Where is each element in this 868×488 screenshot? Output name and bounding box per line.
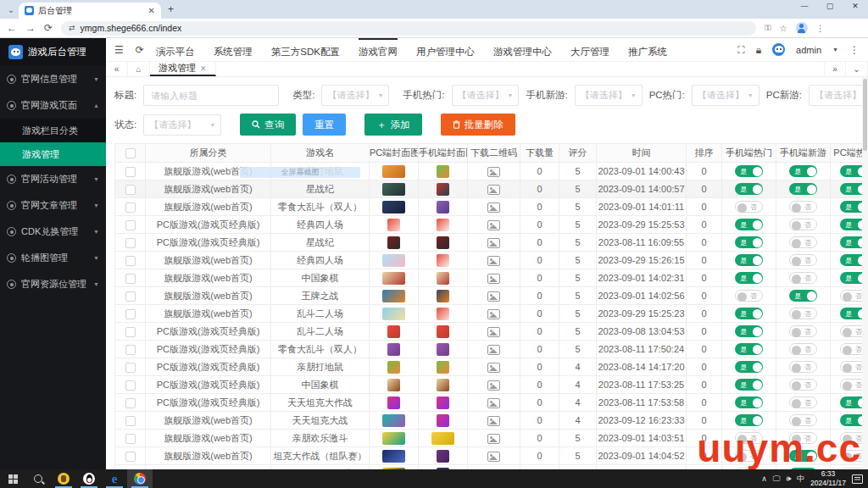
mobile-new-toggle[interactable]: 否 (789, 201, 817, 213)
mobile-new-toggle[interactable]: 是 (789, 165, 817, 177)
qr-image-icon[interactable] (487, 363, 500, 373)
ime-indicator[interactable]: 中 (797, 474, 804, 485)
taskbar-app-yellow[interactable] (51, 469, 76, 488)
collapse-menu-icon[interactable]: ☰ (114, 44, 124, 56)
topnav-item[interactable]: 推广系统 (628, 38, 667, 62)
lock-icon[interactable]: 🔒︎ (756, 44, 761, 56)
qr-image-icon[interactable] (487, 238, 500, 248)
mobile-new-toggle[interactable]: 否 (789, 219, 817, 230)
action-center-icon[interactable] (852, 474, 863, 484)
mobile-new-toggle[interactable]: 否 (789, 379, 817, 391)
mobile-cover-image[interactable] (437, 308, 449, 320)
qr-image-icon[interactable] (487, 434, 500, 444)
table-row[interactable]: PC版游戏(游戏页经典版) 中国象棋 0 4 2023-08-11 17:53:… (115, 376, 868, 394)
row-checkbox[interactable] (125, 416, 136, 426)
topnav-item[interactable]: 游戏官网 (359, 38, 398, 62)
pc-cover-image[interactable] (382, 165, 405, 178)
scrollbar-thumb[interactable] (863, 79, 867, 151)
mobile-new-toggle[interactable]: 是 (789, 183, 817, 195)
mobile-hot-toggle[interactable]: 是 (735, 254, 763, 266)
window-close-button[interactable]: ✕ (843, 0, 868, 14)
user-dropdown-caret-icon[interactable]: ▼ (832, 47, 838, 53)
table-row[interactable]: PC版游戏(游戏页经典版) 亲朋打地鼠 0 4 2023-08-14 14:17… (115, 358, 868, 376)
row-checkbox[interactable] (125, 238, 136, 248)
mobile-cover-image[interactable] (437, 379, 449, 391)
pc-cover-image[interactable] (387, 236, 400, 249)
qr-image-icon[interactable] (487, 398, 500, 408)
row-checkbox[interactable] (125, 256, 136, 266)
table-row[interactable]: 旗舰版游戏(web首页) 亲朋打地鼠 0 5 2023-09-01 14:00:… (115, 163, 868, 180)
row-checkbox[interactable] (125, 185, 136, 195)
table-row[interactable]: PC版游戏(游戏页经典版) 经典四人场 0 5 2023-09-29 15:25… (115, 216, 868, 234)
mobile-hot-toggle[interactable]: 是 (735, 343, 763, 355)
mobile-new-select[interactable]: 【请选择】▼ (575, 85, 643, 106)
home-tab-icon[interactable]: ⌂ (128, 62, 150, 76)
table-row[interactable]: PC版游戏(游戏页经典版) 乱斗二人场 0 5 2023-09-08 13:04… (115, 323, 868, 341)
network-icon[interactable]: 🖵 (773, 474, 781, 484)
volume-icon[interactable]: 🕪 (786, 474, 791, 484)
qr-image-icon[interactable] (487, 256, 500, 266)
mobile-cover-image[interactable] (437, 201, 449, 214)
pc-cover-image[interactable] (382, 272, 405, 285)
table-row[interactable]: PC版游戏(游戏页经典版) 天天坦克大作战 0 4 2023-08-11 17:… (115, 394, 868, 412)
taskbar-app-edge[interactable]: e (102, 469, 127, 488)
user-avatar[interactable] (772, 43, 785, 56)
table-row[interactable]: 旗舰版游戏(web首页) 经典四人场 0 5 2023-09-29 15:26:… (115, 252, 868, 269)
search-button[interactable]: 查询 (240, 114, 296, 136)
mobile-new-toggle[interactable]: 否 (789, 414, 817, 426)
batch-delete-button[interactable]: 批量删除 (441, 114, 515, 136)
password-key-icon[interactable]: ⚿ (765, 23, 771, 33)
mobile-cover-image[interactable] (437, 165, 449, 178)
tab-search-icon[interactable]: ⌄ (5, 4, 17, 16)
tabs-scroll-left-icon[interactable]: « (106, 62, 128, 76)
back-button[interactable]: ← (7, 22, 17, 34)
mobile-cover-image[interactable] (437, 343, 449, 356)
reset-button[interactable]: 重置 (303, 114, 346, 136)
qr-image-icon[interactable] (487, 309, 500, 319)
row-checkbox[interactable] (125, 345, 136, 355)
pc-new-select[interactable]: 【请选择】▼ (809, 85, 868, 106)
browser-profile-avatar[interactable] (796, 22, 808, 34)
mobile-hot-toggle[interactable]: 是 (735, 379, 763, 391)
mobile-new-toggle[interactable]: 否 (789, 396, 817, 408)
table-row[interactable]: 旗舰版游戏(web首页) 中国象棋 0 5 2023-09-01 14:02:3… (115, 269, 868, 287)
sidebar-item[interactable]: 官网活动管理▼ (0, 166, 106, 192)
pc-cover-image[interactable] (382, 450, 405, 463)
taskbar-search-button[interactable] (25, 469, 51, 488)
tab-close-icon[interactable]: ✕ (200, 64, 207, 73)
mobile-hot-toggle[interactable]: 否 (735, 201, 763, 213)
sidebar-item[interactable]: 官网信息管理▼ (0, 66, 106, 92)
sidebar-item[interactable]: 官网文章管理▼ (0, 192, 106, 219)
mobile-cover-image[interactable] (437, 414, 449, 427)
mobile-hot-select[interactable]: 【请选择】▼ (452, 85, 520, 106)
row-checkbox[interactable] (125, 363, 136, 373)
browser-tab[interactable]: 后台管理 ✕ (19, 3, 161, 19)
mobile-hot-toggle[interactable]: 是 (735, 325, 763, 337)
mobile-hot-toggle[interactable]: 是 (735, 308, 763, 319)
topnav-item[interactable]: 第三方SDK配置 (271, 38, 340, 62)
row-checkbox[interactable] (125, 380, 136, 391)
row-checkbox[interactable] (125, 202, 136, 213)
row-checkbox[interactable] (125, 291, 136, 302)
qr-image-icon[interactable] (487, 345, 500, 355)
type-select[interactable]: 【请选择】▼ (321, 85, 389, 106)
row-checkbox[interactable] (125, 274, 136, 284)
title-input[interactable] (143, 85, 279, 106)
taskbar-app-chrome[interactable] (127, 469, 153, 488)
row-checkbox[interactable] (125, 220, 136, 230)
mobile-cover-image[interactable] (437, 325, 449, 338)
bookmark-star-icon[interactable]: ☆ (780, 24, 787, 33)
username[interactable]: admin (796, 45, 821, 55)
mobile-hot-toggle[interactable]: 是 (735, 272, 763, 284)
mobile-new-toggle[interactable]: 否 (789, 361, 817, 373)
topnav-item[interactable]: 系统管理 (214, 38, 253, 62)
qr-image-icon[interactable] (487, 327, 500, 337)
tabs-scroll-right-icon[interactable]: » (824, 62, 846, 76)
mobile-cover-image[interactable] (437, 254, 449, 267)
pc-cover-image[interactable] (387, 379, 400, 391)
row-checkbox[interactable] (125, 167, 136, 177)
window-maximize-button[interactable]: ▢ (817, 0, 843, 14)
mobile-cover-image[interactable] (437, 236, 449, 249)
sidebar-item[interactable]: CDK兑换管理▼ (0, 219, 106, 245)
address-bar[interactable]: ⇄ ymgm.shege666.cn/index (61, 21, 756, 36)
